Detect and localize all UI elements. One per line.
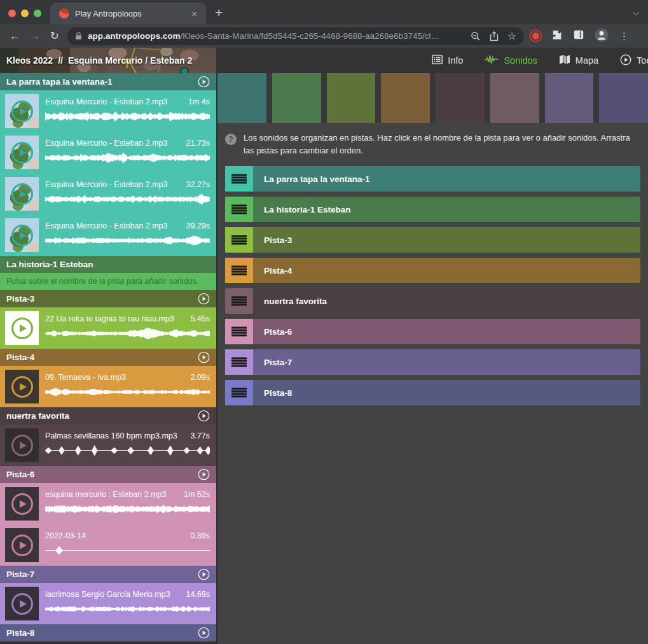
track-row[interactable]: nuertra favorita: [225, 288, 640, 314]
zoom-out-icon[interactable]: [471, 31, 481, 41]
track-drag-handle[interactable]: [225, 258, 253, 283]
clip-play-button[interactable]: [11, 376, 33, 398]
sound-clip[interactable]: 2022-03-140.39s: [0, 524, 216, 566]
track-section-header[interactable]: Pista-7: [0, 566, 216, 583]
track-row-bar[interactable]: nuertra favorita: [253, 288, 640, 314]
play-track-icon[interactable]: [198, 410, 210, 422]
track-row[interactable]: La parra tapa la ventana-1: [225, 166, 640, 192]
track-drag-handle[interactable]: [225, 227, 253, 253]
forward-button[interactable]: →: [25, 30, 45, 43]
track-section-header[interactable]: La parra tapa la ventana-1: [0, 73, 216, 90]
waveform-image[interactable]: [45, 384, 210, 400]
track-row-bar[interactable]: Pista-4: [253, 258, 640, 283]
nav-item-info[interactable]: Info: [421, 48, 474, 73]
clip-thumbnail[interactable]: [5, 218, 39, 252]
track-row[interactable]: Pista-8: [225, 380, 640, 405]
sound-clip[interactable]: esquina mercurio : Esteban 2.mp31m 52s: [0, 483, 216, 524]
clip-thumbnail[interactable]: [5, 428, 39, 462]
browser-profile-avatar[interactable]: [595, 28, 609, 45]
bookmark-star-icon[interactable]: ☆: [507, 30, 516, 42]
track-row-bar[interactable]: La parra tapa la ventana-1: [253, 166, 640, 192]
waveform-image[interactable]: [45, 601, 210, 617]
clip-play-button[interactable]: [11, 225, 33, 246]
track-section-header[interactable]: Pista-6: [0, 466, 216, 483]
track-color-swatch[interactable]: [327, 73, 376, 123]
waveform-image[interactable]: [45, 442, 210, 459]
clip-thumbnail[interactable]: [5, 528, 39, 562]
browser-tab[interactable]: Play Antropoloops ×: [50, 3, 206, 24]
clip-play-button[interactable]: [11, 101, 33, 122]
track-section-header[interactable]: Pista-4: [0, 349, 216, 366]
track-color-swatch[interactable]: [436, 73, 485, 123]
play-track-icon[interactable]: [198, 627, 210, 639]
waveform-image[interactable]: [45, 232, 210, 249]
track-row-bar[interactable]: Pista-7: [253, 349, 640, 375]
clip-play-button[interactable]: [11, 435, 33, 456]
track-row[interactable]: La historia-1 Esteban: [225, 197, 640, 222]
clip-play-button[interactable]: [11, 535, 33, 556]
clip-thumbnail[interactable]: [5, 311, 39, 345]
track-row[interactable]: Pista-3: [225, 227, 640, 253]
track-color-swatch[interactable]: [217, 73, 266, 123]
new-tab-button[interactable]: +: [206, 6, 223, 24]
waveform-image[interactable]: [45, 501, 210, 517]
track-row[interactable]: Pista-6: [225, 319, 640, 344]
sound-clip[interactable]: Esquina Mercurio - Esteban 2.mp332.27s: [0, 173, 216, 214]
track-color-swatch[interactable]: [272, 73, 321, 123]
nav-item-tocar[interactable]: Tocar: [609, 48, 648, 73]
clip-thumbnail[interactable]: [5, 136, 39, 169]
side-panel-icon[interactable]: [574, 30, 584, 42]
track-drag-handle[interactable]: [225, 349, 253, 375]
play-track-icon[interactable]: [198, 568, 210, 580]
play-track-icon[interactable]: [198, 468, 210, 480]
reload-button[interactable]: ↻: [45, 29, 64, 43]
track-section-header[interactable]: La historia-1 Esteban: [0, 256, 216, 273]
play-track-icon[interactable]: [198, 76, 210, 88]
track-drag-handle[interactable]: [225, 319, 253, 344]
track-section-header[interactable]: nuertra favorita: [0, 407, 216, 424]
track-row-bar[interactable]: Pista-6: [253, 319, 640, 344]
track-section-header[interactable]: Pista-3: [0, 290, 216, 307]
share-icon[interactable]: [490, 31, 499, 41]
waveform-image[interactable]: [45, 108, 210, 125]
nav-item-mapa[interactable]: Mapa: [548, 48, 609, 73]
minimize-window-button[interactable]: [21, 10, 29, 17]
sound-clip[interactable]: 22 Ua reka te tagnia to rau niau.mp35.45…: [0, 307, 216, 349]
clip-play-button[interactable]: [11, 593, 33, 615]
sound-clip[interactable]: Palmas sevillanas 160 bpm mp3.mp33.77s: [0, 424, 216, 466]
extensions-puzzle-icon[interactable]: [552, 29, 563, 43]
track-section-header[interactable]: Pista-8: [0, 624, 216, 641]
track-row[interactable]: Pista-4: [225, 258, 640, 283]
track-row-bar[interactable]: Pista-8: [253, 380, 640, 405]
address-bar[interactable]: app.antropoloops.com/Kleos-Santa-Marina/…: [67, 27, 524, 45]
track-drag-handle[interactable]: [225, 288, 253, 314]
track-color-swatch[interactable]: [381, 73, 430, 123]
clip-thumbnail[interactable]: [5, 370, 39, 403]
clip-thumbnail[interactable]: [5, 587, 39, 620]
track-row-bar[interactable]: La historia-1 Esteban: [253, 197, 640, 222]
track-row[interactable]: Pista-7: [225, 349, 640, 375]
sound-clip[interactable]: Esquina Mercurio - Esteban 2.mp339.29s: [0, 214, 216, 256]
clip-play-button[interactable]: [11, 183, 33, 205]
close-window-button[interactable]: [8, 10, 16, 17]
recording-indicator-icon[interactable]: [532, 32, 539, 39]
browser-menu-kebab-icon[interactable]: ⋮: [619, 34, 623, 38]
clip-thumbnail[interactable]: [5, 487, 39, 521]
waveform-image[interactable]: [45, 542, 210, 559]
waveform-image[interactable]: [45, 191, 210, 207]
sound-clip[interactable]: Esquina Mercurio - Esteban 2.mp321.73s: [0, 132, 216, 173]
zoom-window-button[interactable]: [34, 10, 41, 17]
track-drag-handle[interactable]: [225, 166, 253, 192]
clip-thumbnail[interactable]: [5, 177, 39, 211]
track-drag-handle[interactable]: [225, 380, 253, 405]
clip-play-button[interactable]: [11, 142, 33, 164]
track-row-bar[interactable]: Pista-3: [253, 227, 640, 253]
tab-search-chevron-icon[interactable]: ⌵: [633, 8, 639, 18]
nav-item-sonidos[interactable]: Sonidos: [474, 48, 548, 73]
clip-play-button[interactable]: [11, 493, 33, 515]
track-color-swatch[interactable]: [490, 73, 539, 123]
play-track-icon[interactable]: [198, 293, 210, 305]
breadcrumb-project[interactable]: Kleos 2022: [6, 55, 53, 66]
back-button[interactable]: ←: [5, 30, 25, 43]
clip-play-button[interactable]: [11, 318, 33, 339]
